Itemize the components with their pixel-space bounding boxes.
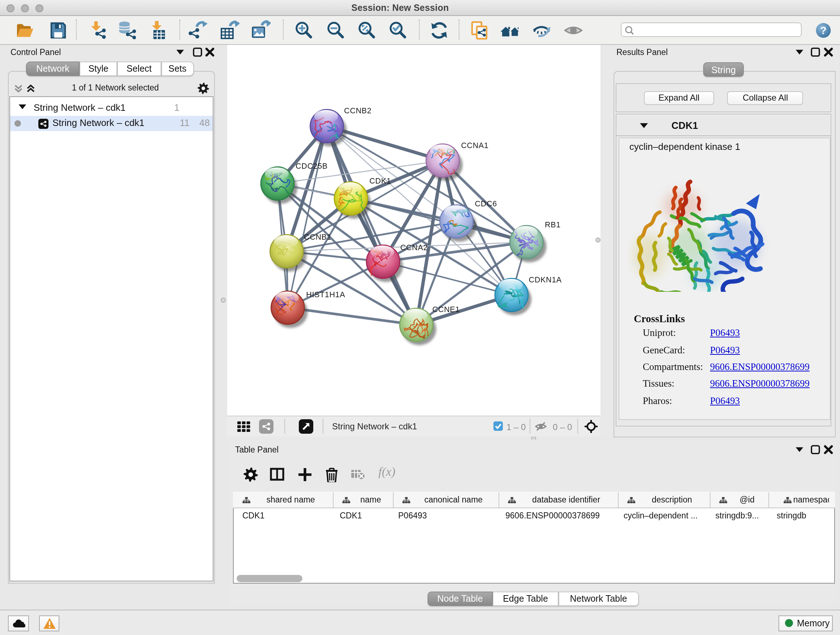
svg-text:CDK1: CDK1 bbox=[369, 176, 391, 185]
svg-text:HIST1H1A: HIST1H1A bbox=[306, 290, 345, 299]
svg-text:CCNA1: CCNA1 bbox=[461, 141, 488, 149]
svg-text:CDKN1A: CDKN1A bbox=[529, 275, 561, 284]
svg-text:CDC25B: CDC25B bbox=[295, 161, 327, 170]
svg-text:CCNE1: CCNE1 bbox=[432, 304, 459, 314]
svg-text:RB1: RB1 bbox=[545, 220, 561, 229]
svg-text:?: ? bbox=[820, 24, 826, 36]
svg-text:CCNB2: CCNB2 bbox=[344, 106, 371, 115]
svg-text:CCNA2: CCNA2 bbox=[400, 242, 427, 252]
svg-text:CCNB1: CCNB1 bbox=[303, 232, 331, 241]
svg-text:CDC6: CDC6 bbox=[475, 199, 497, 208]
